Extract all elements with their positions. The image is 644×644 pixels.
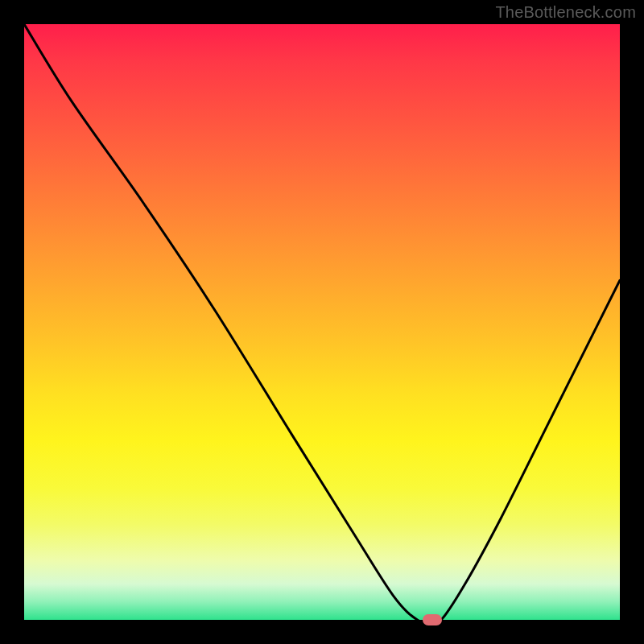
chart-svg (24, 24, 620, 620)
chart-container: TheBottleneck.com (0, 0, 644, 644)
plot-area (24, 24, 620, 620)
bottleneck-curve (24, 24, 620, 620)
watermark-text: TheBottleneck.com (495, 3, 636, 22)
optimal-marker (423, 614, 442, 625)
